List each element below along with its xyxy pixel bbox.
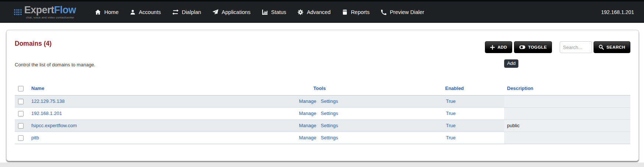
row-checkbox[interactable] xyxy=(18,123,24,129)
domain-name-link[interactable]: pitb xyxy=(31,135,39,140)
nav-item-label: Applications xyxy=(222,9,250,15)
nav-item-preview-dialer[interactable]: Preview Dialer xyxy=(381,9,424,15)
page-subtitle: Control the list of domains to manage. xyxy=(15,62,630,67)
toolbar: ADD Add TOGGLE SEARCH xyxy=(485,41,630,53)
brand-tagline: chat, voice and video contactcenter xyxy=(24,16,76,19)
paper-plane-icon xyxy=(212,9,218,15)
search-button-label: SEARCH xyxy=(606,45,625,49)
domain-name-link[interactable]: 122.129.75.138 xyxy=(31,98,64,104)
toggle-button[interactable]: TOGGLE xyxy=(514,41,552,53)
top-navbar: ExpertFlow chat, voice and video contact… xyxy=(0,0,644,23)
domain-name-link[interactable]: 192.168.1.201 xyxy=(31,111,62,116)
page-footer-strip xyxy=(0,163,644,167)
settings-link[interactable]: Settings xyxy=(321,111,338,116)
enabled-value: True xyxy=(441,107,504,119)
settings-link[interactable]: Settings xyxy=(321,123,338,128)
select-all-checkbox[interactable] xyxy=(18,86,24,91)
search-icon xyxy=(599,45,604,50)
description-value: public xyxy=(504,119,630,132)
column-header-tools: Tools xyxy=(287,82,441,95)
nav-item-label: Dialplan xyxy=(182,9,201,15)
add-tooltip: Add xyxy=(504,59,518,68)
server-address: 192.168.1.201 xyxy=(601,9,634,15)
row-checkbox[interactable] xyxy=(18,99,24,104)
domains-panel: Domains (4) ADD Add TOGGLE SEARCH xyxy=(6,30,639,161)
manage-link[interactable]: Manage xyxy=(299,123,316,128)
manage-link[interactable]: Manage xyxy=(299,98,316,104)
column-header-enabled[interactable]: Enabled xyxy=(441,82,504,95)
search-input[interactable] xyxy=(560,41,592,53)
bar-chart-icon xyxy=(262,9,268,15)
table-header-row: Name Tools Enabled Description xyxy=(15,82,630,95)
manage-link[interactable]: Manage xyxy=(299,111,316,116)
settings-link[interactable]: Settings xyxy=(321,98,338,104)
domain-name-link[interactable]: fsipcc.expertflow.com xyxy=(31,123,77,128)
column-header-name[interactable]: Name xyxy=(28,82,287,95)
domains-table: Name Tools Enabled Description 122.129.7… xyxy=(15,82,630,144)
column-header-description[interactable]: Description xyxy=(504,82,630,95)
nav-item-dialplan[interactable]: Dialplan xyxy=(172,9,201,15)
nav-item-home[interactable]: Home xyxy=(95,9,119,15)
logo-dots-icon xyxy=(14,9,22,15)
table-row: 122.129.75.138 ManageSettings True xyxy=(15,95,630,107)
description-value xyxy=(504,107,630,119)
user-icon xyxy=(130,9,136,15)
table-row: pitb ManageSettings True xyxy=(15,132,630,144)
nav-item-status[interactable]: Status xyxy=(262,9,286,15)
nav-item-applications[interactable]: Applications xyxy=(212,9,250,15)
row-checkbox[interactable] xyxy=(18,135,24,141)
nav-item-label: Preview Dialer xyxy=(390,9,424,15)
expertflow-logo[interactable]: ExpertFlow chat, voice and video contact… xyxy=(14,5,76,19)
nav-item-reports[interactable]: Reports xyxy=(342,9,370,15)
nav-menu: Home Accounts Dialplan Applications Stat… xyxy=(95,9,424,15)
description-value xyxy=(504,132,630,144)
nav-item-label: Home xyxy=(104,9,119,15)
settings-link[interactable]: Settings xyxy=(321,135,338,140)
book-icon xyxy=(342,9,348,15)
nav-item-label: Status xyxy=(271,9,286,15)
page-title: Domains (4) xyxy=(15,40,52,48)
home-icon xyxy=(95,9,101,15)
toggle-switch-icon xyxy=(519,44,525,50)
enabled-value: True xyxy=(441,132,504,144)
nav-item-accounts[interactable]: Accounts xyxy=(130,9,161,15)
nav-item-label: Advanced xyxy=(307,9,331,15)
brand-name: ExpertFlow xyxy=(24,5,76,15)
add-button[interactable]: ADD xyxy=(485,41,512,53)
row-checkbox[interactable] xyxy=(18,111,24,116)
nav-item-label: Reports xyxy=(351,9,370,15)
add-button-label: ADD xyxy=(497,45,507,49)
plus-icon xyxy=(490,45,495,50)
table-row: 192.168.1.201 ManageSettings True xyxy=(15,107,630,119)
gear-icon xyxy=(298,9,303,15)
manage-link[interactable]: Manage xyxy=(299,135,316,140)
table-row: fsipcc.expertflow.com ManageSettings Tru… xyxy=(15,119,630,132)
nav-item-label: Accounts xyxy=(139,9,161,15)
nav-item-advanced[interactable]: Advanced xyxy=(298,9,331,15)
enabled-value: True xyxy=(441,95,504,107)
toggle-button-label: TOGGLE xyxy=(528,45,547,49)
description-value xyxy=(504,95,630,107)
exchange-arrows-icon xyxy=(172,9,179,15)
enabled-value: True xyxy=(441,119,504,132)
phone-icon xyxy=(381,9,387,15)
search-button[interactable]: SEARCH xyxy=(594,41,630,53)
